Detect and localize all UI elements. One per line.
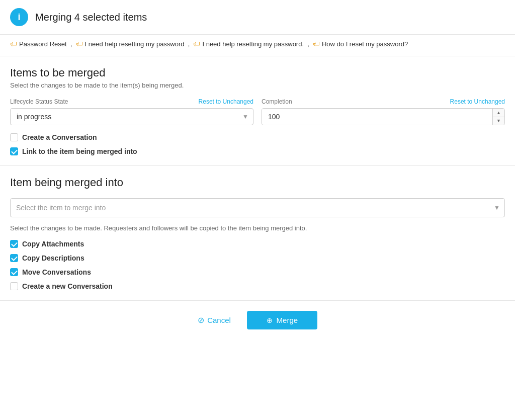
spinner-down-button[interactable]: ▼: [493, 117, 504, 125]
tag-2: 🏷 I need help resetting my password: [76, 40, 185, 48]
lifecycle-label: Lifecycle Status State: [10, 98, 68, 105]
dialog-header: i Merging 4 selected items: [0, 0, 515, 35]
create-conversation-label[interactable]: Create a Conversation: [22, 133, 97, 141]
lifecycle-status-select[interactable]: in progress open closed resolved: [10, 108, 253, 125]
copy-descriptions-checkbox[interactable]: [10, 254, 18, 262]
merge-select-wrapper: Select the item to merge into ▼: [10, 198, 505, 217]
cancel-icon: ⊘: [198, 315, 204, 325]
create-new-conversation-row: Create a new Conversation: [10, 282, 505, 290]
info-icon: i: [10, 8, 28, 26]
lifecycle-label-row: Lifecycle Status State Reset to Unchange…: [10, 98, 253, 105]
move-conversations-checkbox[interactable]: [10, 268, 18, 276]
items-to-merge-section: Items to be merged Select the changes to…: [0, 56, 515, 166]
completion-label: Completion: [262, 98, 292, 105]
spinner-up-button[interactable]: ▲: [493, 109, 504, 117]
completion-group: Completion Reset to Unchanged ▲ ▼: [262, 98, 505, 125]
link-to-item-label[interactable]: Link to the item being merged into: [22, 147, 137, 155]
lifecycle-completion-row: Lifecycle Status State Reset to Unchange…: [10, 98, 505, 125]
tag-icon-2: 🏷: [76, 40, 83, 48]
item-merged-into-section: Item being merged into Select the item t…: [0, 166, 515, 301]
tag-4: 🏷 How do I reset my password?: [313, 40, 408, 48]
create-new-conversation-label[interactable]: Create a new Conversation: [22, 282, 113, 290]
tag-sep-2: ,: [188, 40, 190, 48]
copy-attachments-row: Copy Attachments: [10, 240, 505, 248]
lifecycle-select-wrapper: in progress open closed resolved ▼: [10, 108, 253, 125]
cancel-button[interactable]: ⊘ Cancel: [198, 315, 231, 325]
create-conversation-row: Create a Conversation: [10, 133, 505, 141]
move-conversations-row: Move Conversations: [10, 268, 505, 276]
lifecycle-reset-link[interactable]: Reset to Unchanged: [199, 98, 253, 105]
move-conversations-label[interactable]: Move Conversations: [22, 268, 91, 276]
tag-icon-1: 🏷: [10, 40, 17, 48]
link-to-item-checkbox[interactable]: [10, 147, 18, 155]
copy-descriptions-row: Copy Descriptions: [10, 254, 505, 262]
link-to-item-row: Link to the item being merged into: [10, 147, 505, 155]
spinner-buttons: ▲ ▼: [492, 109, 504, 125]
tag-icon-3: 🏷: [193, 40, 200, 48]
tag-3: 🏷 I need help resetting my password.: [193, 40, 304, 48]
merge-into-select[interactable]: [10, 198, 505, 217]
copy-descriptions-label[interactable]: Copy Descriptions: [22, 254, 84, 262]
tag-1: 🏷 Password Reset: [10, 40, 67, 48]
items-to-merge-subtitle: Select the changes to be made to the ite…: [10, 81, 505, 89]
tag-sep-1: ,: [70, 40, 72, 48]
items-to-merge-title: Items to be merged: [10, 66, 505, 79]
completion-reset-link[interactable]: Reset to Unchanged: [450, 98, 505, 105]
copy-attachments-label[interactable]: Copy Attachments: [22, 240, 84, 248]
tag-icon-4: 🏷: [313, 40, 320, 48]
create-conversation-checkbox[interactable]: [10, 133, 18, 141]
completion-input[interactable]: [262, 109, 492, 125]
merge-button[interactable]: ⊕ Merge: [247, 311, 317, 329]
dialog-title: Merging 4 selected items: [35, 12, 147, 23]
merge-info-text: Select the changes to be made. Requester…: [10, 224, 505, 232]
completion-spinner: ▲ ▼: [262, 108, 505, 125]
merge-icon: ⊕: [267, 316, 273, 324]
lifecycle-status-group: Lifecycle Status State Reset to Unchange…: [10, 98, 253, 125]
copy-attachments-checkbox[interactable]: [10, 240, 18, 248]
item-merged-into-title: Item being merged into: [10, 176, 505, 189]
footer: ⊘ Cancel ⊕ Merge: [0, 301, 515, 340]
tags-row: 🏷 Password Reset , 🏷 I need help resetti…: [0, 35, 515, 56]
tag-sep-3: ,: [307, 40, 309, 48]
create-new-conversation-checkbox[interactable]: [10, 282, 18, 290]
completion-label-row: Completion Reset to Unchanged: [262, 98, 505, 105]
